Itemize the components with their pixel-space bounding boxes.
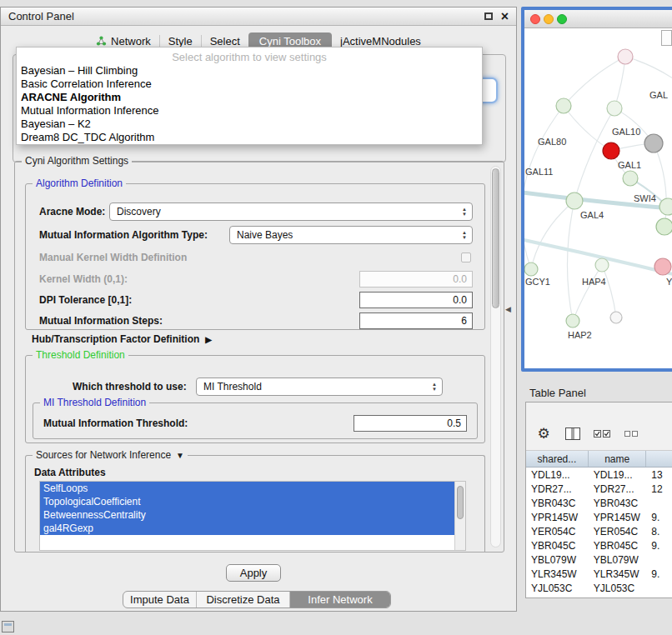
table-row[interactable]: YBL079WYBL079W	[526, 552, 672, 567]
algorithm-option-bayesian-hill-climbing[interactable]: Bayesian – Hill Climbing	[17, 64, 482, 78]
algorithm-option-dream8-dc-tdc-algorithm[interactable]: Dream8 DC_TDC Algorithm	[17, 131, 482, 144]
table-row[interactable]: YPR145WYPR145W9.	[526, 510, 672, 524]
aracne-mode-select[interactable]: Discovery ▲▼	[109, 202, 473, 221]
data-attribute-item[interactable]: TopologicalCoefficient	[40, 495, 456, 508]
sources-for-network-inference-group: Sources for Network Inference▼ Data Attr…	[25, 455, 485, 552]
table-row[interactable]: YER054CYER054C8.	[526, 524, 672, 538]
dpi-tolerance-field[interactable]: 0.0	[359, 292, 473, 308]
network-node[interactable]	[556, 98, 571, 113]
close-traffic-light-icon[interactable]	[530, 14, 540, 24]
columns-button[interactable]	[564, 425, 582, 443]
network-node[interactable]	[595, 258, 609, 272]
table-cell: YBR045C	[526, 538, 589, 552]
table-row[interactable]: YJL053CYJL053C	[526, 581, 672, 595]
network-edge[interactable]	[573, 265, 602, 321]
select-checkboxes-icon	[594, 428, 610, 439]
float-window-icon[interactable]	[484, 12, 493, 20]
network-node[interactable]	[566, 314, 579, 328]
network-icon	[96, 36, 107, 46]
network-node[interactable]	[607, 101, 622, 116]
network-node[interactable]	[603, 142, 619, 159]
network-edge[interactable]	[564, 106, 611, 151]
table-panel-title: Table Panel	[529, 387, 586, 399]
table-row[interactable]: YBR043CYBR043C	[526, 496, 672, 510]
table-header: shared...name	[526, 451, 672, 468]
algorithm-option-bayesian-k2[interactable]: Bayesian – K2	[17, 118, 482, 131]
zoom-traffic-light-icon[interactable]	[557, 14, 567, 24]
table-panel: ⚙ shared...name YDL19...YDL19...13YDR27.…	[525, 402, 672, 598]
table-cell: YER054C	[589, 524, 647, 538]
data-attributes-items: SelfLoopsTopologicalCoefficientBetweenne…	[40, 482, 456, 535]
scrollbar-thumb[interactable]	[457, 486, 464, 519]
apply-button[interactable]: Apply	[226, 564, 281, 582]
network-edge[interactable]	[567, 201, 574, 321]
bottom-tab-impute-data[interactable]: Impute Data	[123, 592, 197, 608]
tab-label: Select	[210, 35, 240, 48]
table-row[interactable]: YDR27...YDR27...12	[526, 482, 672, 496]
table-row[interactable]: YLR345WYLR345W9.	[526, 567, 672, 581]
data-attribute-item[interactable]: SelfLoops	[40, 482, 456, 495]
which-threshold-select[interactable]: MI Threshold ▲▼	[196, 378, 443, 396]
table-cell	[646, 552, 672, 567]
network-edge[interactable]	[531, 201, 574, 269]
node-label: GAL1	[618, 160, 641, 170]
mi-steps-field[interactable]: 6	[359, 312, 473, 329]
column-header-shared[interactable]: shared...	[526, 451, 589, 467]
hub-transcription-factor-toggle[interactable]: Hub/Transcription Factor Definition ▶	[32, 333, 212, 345]
table-row[interactable]: YDL19...YDL19...13	[526, 468, 672, 482]
table-cell: 13	[646, 468, 672, 482]
column-header-name[interactable]: name	[589, 451, 647, 467]
data-attribute-item[interactable]: BetweennessCentrality	[40, 508, 456, 522]
network-node[interactable]	[610, 312, 622, 323]
node-label: SWI4	[634, 193, 656, 203]
mi-algorithm-type-select[interactable]: Naive Bayes ▲▼	[229, 226, 473, 244]
algorithm-option-basic-correlation-inference[interactable]: Basic Correlation Inference	[17, 78, 482, 91]
network-node[interactable]	[623, 171, 638, 186]
table-cell: YDR27...	[589, 482, 647, 496]
mi-threshold-definition-title: MI Threshold Definition	[40, 397, 149, 408]
network-edge[interactable]	[564, 57, 625, 106]
network-canvas[interactable]: GALGAL80GAL10GAL11GAL1SWI4GAL4GCY1HAP4HA…	[524, 28, 672, 372]
network-window-titlebar[interactable]	[524, 10, 672, 28]
algorithm-option-mutual-information-inference[interactable]: Mutual Information Inference	[17, 104, 482, 118]
network-node[interactable]	[659, 198, 672, 215]
kernel-width-label: Kernel Width (0,1):	[39, 271, 128, 288]
bottom-tab-discretize-data[interactable]: Discretize Data	[197, 592, 290, 608]
sources-toggle[interactable]: Sources for Network Inference▼	[33, 449, 188, 461]
network-node[interactable]	[656, 218, 672, 235]
data-attributes-list[interactable]: SelfLoopsTopologicalCoefficientBetweenne…	[39, 481, 466, 551]
clear-checkboxes-button[interactable]	[622, 425, 640, 443]
which-threshold-label: Which threshold to use:	[73, 378, 187, 396]
network-node[interactable]	[654, 258, 671, 275]
threshold-definition-title: Threshold Definition	[33, 349, 128, 361]
select-checkboxes-button[interactable]	[593, 425, 611, 443]
table-cell: YDL19...	[589, 468, 647, 482]
chevron-right-icon: ▶	[205, 335, 212, 344]
network-edge[interactable]	[602, 265, 616, 318]
mi-threshold-field[interactable]: 0.5	[354, 415, 467, 432]
scrollbar-thumb[interactable]	[492, 168, 499, 308]
network-node[interactable]	[524, 262, 538, 276]
settings-scrollbar[interactable]	[490, 166, 501, 548]
minimize-traffic-light-icon[interactable]	[544, 14, 554, 24]
close-window-icon[interactable]: ×	[501, 11, 509, 22]
algorithm-option-aracne-algorithm[interactable]: ARACNE Algorithm	[17, 91, 482, 104]
control-panel-titlebar[interactable]: Control Panel ×	[1, 8, 516, 26]
gear-button[interactable]: ⚙	[534, 425, 553, 443]
mi-threshold-label: Mutual Information Threshold:	[43, 415, 188, 432]
network-node[interactable]	[566, 192, 583, 209]
table-cell: 9.	[646, 567, 672, 581]
table-row[interactable]: YBR045CYBR045C9.	[526, 538, 672, 552]
minimized-panel-icon[interactable]	[2, 621, 14, 632]
network-graph[interactable]: GALGAL80GAL10GAL11GAL1SWI4GAL4GCY1HAP4HA…	[524, 28, 672, 372]
data-attribute-item[interactable]: gal4RGexp	[40, 522, 456, 535]
column-header-col2[interactable]	[646, 451, 672, 467]
splitter-collapse-icon[interactable]: ◀	[505, 305, 511, 313]
network-node[interactable]	[618, 49, 633, 64]
table-cell	[646, 496, 672, 510]
network-scrollbar[interactable]	[661, 30, 672, 46]
list-scrollbar[interactable]	[454, 482, 465, 550]
network-node[interactable]	[644, 134, 663, 152]
bottom-tab-infer-network[interactable]: Infer Network	[290, 592, 390, 608]
table-toolbar: ⚙	[526, 402, 672, 451]
